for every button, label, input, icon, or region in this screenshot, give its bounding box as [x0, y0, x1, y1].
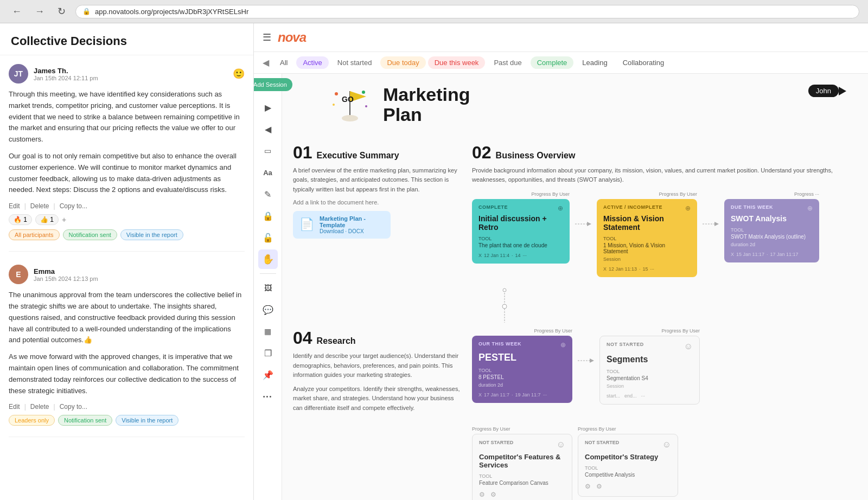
connector-3: [578, 355, 594, 366]
delete-link[interactable]: Delete: [30, 403, 49, 411]
tabs-arrow[interactable]: ◀: [263, 57, 269, 68]
task-tool-label: TOOL: [585, 465, 671, 471]
tab-active[interactable]: Active: [296, 56, 328, 69]
pin-tool[interactable]: 📌: [258, 365, 278, 384]
task-tool: Feature Comparison Canvas: [479, 480, 565, 486]
task-tool: The plant that one de cloude: [478, 242, 563, 248]
tab-leading[interactable]: Leading: [576, 56, 614, 69]
doc-subtitle: Download · DOCX: [320, 228, 384, 234]
message-block: E Emma Jan 15th 2024 12:13 pm The unanim…: [9, 265, 245, 437]
tab-complete[interactable]: Complete: [531, 56, 574, 69]
messages-area: JT James Th. Jan 15th 2024 12:11 pm 🙂 Th…: [0, 55, 253, 500]
task-card-mission[interactable]: ACTIVE / INCOMPLETE ⊕ Mission & Vision S…: [597, 199, 697, 277]
svg-point-2: [342, 115, 358, 121]
tab-collaborating[interactable]: Collaborating: [616, 56, 671, 69]
section-02-title: Business Overview: [496, 151, 576, 161]
nova-logo: nova: [278, 30, 306, 45]
message-meta: Emma Jan 15th 2024 12:13 pm: [34, 267, 98, 282]
task-dates: X17 Jan 11:7·19 Jan 11:7···: [478, 392, 566, 398]
progress-label-4: Progress By User: [472, 328, 572, 334]
hand-tool[interactable]: ✋: [258, 249, 278, 269]
task-dates: start...end...···: [607, 393, 693, 399]
emoji-button[interactable]: 🙂: [233, 68, 245, 80]
sections-row-1: 01 Executive Summary A brief overview of…: [293, 143, 857, 277]
section-04-tasks: Progress By User OUR THIS WEEK ⊕ PESTEL …: [472, 328, 857, 413]
lock-open-tool[interactable]: 🔓: [258, 228, 278, 247]
task-status: OUR THIS WEEK: [478, 341, 521, 347]
edit-link[interactable]: Edit: [9, 202, 20, 210]
section-04: 04 Research Identify and describe your t…: [293, 328, 461, 413]
task-card-segments[interactable]: NOT STARTED ☺ Segments TOOL Segmentation…: [599, 336, 700, 405]
section-01-link: Add a link to the document here.: [293, 199, 461, 206]
task-menu[interactable]: ⊕: [807, 204, 813, 212]
text-tool[interactable]: Aa: [258, 163, 278, 182]
section-04-desc-1: Identify and describe your target audien…: [293, 351, 461, 380]
address-bar[interactable]: 🔒 app.novatools.org/projects/wJDbR3jXYRt…: [75, 5, 859, 18]
tab-due-today[interactable]: Due today: [380, 56, 425, 69]
task-menu[interactable]: ⊕: [685, 204, 691, 212]
task-card-swot[interactable]: DUE THIS WEEK ⊕ SWOT Analysis TOOL SWOT …: [724, 199, 819, 262]
ssl-icon: 🔒: [82, 8, 91, 15]
copy-to-link[interactable]: Copy to...: [60, 202, 87, 210]
task-avatar: ☺: [662, 440, 671, 450]
section-04-title: Research: [317, 336, 356, 346]
delete-link[interactable]: Delete: [30, 202, 49, 210]
task-avatar: ☺: [557, 440, 565, 450]
more-tools[interactable]: •••: [258, 387, 278, 406]
canvas-content: John: [282, 74, 868, 500]
task-card-competitor-features[interactable]: NOT STARTED ☺ Competitor's Features & Se…: [472, 434, 572, 500]
lock-closed-tool[interactable]: 🔒: [258, 206, 278, 226]
copy-tool[interactable]: ❐: [258, 343, 278, 363]
table-tool[interactable]: ▦: [258, 322, 278, 341]
marketing-plan-header: GO MarketingPlan: [326, 85, 857, 125]
task-title: Initial discussion + Retro: [478, 214, 563, 232]
message-content: The unanimous approval from the team und…: [9, 290, 245, 396]
progress-label-7: Progress By User: [578, 426, 678, 432]
task-icons: ⚙ ⚙: [585, 481, 671, 491]
task-card-initial-discussion[interactable]: COMPLETE ⊕ Initial discussion + Retro TO…: [472, 199, 570, 264]
tab-all[interactable]: All: [273, 56, 294, 69]
reload-button[interactable]: ↻: [54, 4, 69, 18]
cursor-tool[interactable]: ▶: [258, 98, 278, 117]
filter-tabs: ◀ All Active Not started Due today Due t…: [254, 52, 868, 74]
frame-tool[interactable]: ▭: [258, 141, 278, 161]
doc-card[interactable]: 📄 Marketing Plan - Template Download · D…: [293, 211, 391, 239]
task-status: DUE THIS WEEK: [731, 204, 773, 210]
task-card-pestel[interactable]: OUR THIS WEEK ⊕ PESTEL TOOL 8 PESTEL dur…: [472, 336, 572, 403]
task-card-competitor-strategy[interactable]: NOT STARTED ☺ Competitor's Strategy TOOL…: [578, 434, 678, 497]
tag-participants: All participants: [9, 229, 60, 240]
pen-tool[interactable]: ✎: [258, 184, 278, 204]
tab-due-week[interactable]: Due this week: [428, 56, 486, 69]
task-session: Session: [603, 257, 691, 262]
reaction-thumbs[interactable]: 👍 1: [35, 214, 59, 225]
task-menu[interactable]: ⊕: [560, 341, 566, 349]
go-illustration: GO: [326, 86, 374, 124]
copy-to-link[interactable]: Copy to...: [60, 403, 87, 411]
task-status: COMPLETE: [478, 204, 508, 210]
image-tool[interactable]: 🖼: [258, 278, 278, 298]
hamburger-menu[interactable]: ☰: [263, 31, 271, 43]
section-02: 02 Business Overview Provide background …: [472, 143, 857, 277]
connector-1: [575, 219, 591, 229]
bottom-sections: Progress By User NOT STARTED ☺ Competito…: [293, 426, 857, 500]
tag-leaders: Leaders only: [9, 415, 55, 426]
progress-label-1: Progress By User: [472, 191, 570, 197]
task-menu[interactable]: ⊕: [558, 204, 563, 212]
edit-link[interactable]: Edit: [9, 403, 20, 411]
task-title: Competitor's Features & Services: [479, 453, 565, 469]
tab-not-started[interactable]: Not started: [331, 56, 379, 69]
progress-label-2: Progress By User: [597, 191, 697, 197]
task-status: NOT STARTED: [585, 440, 619, 450]
task-tool-label: TOOL: [603, 236, 691, 241]
svg-marker-17: [590, 358, 594, 363]
select-tool[interactable]: ◀: [258, 119, 278, 139]
back-button[interactable]: ←: [9, 5, 25, 18]
nova-header: ☰ nova: [254, 23, 868, 52]
comment-tool[interactable]: 💬: [258, 300, 278, 319]
forward-button[interactable]: →: [31, 5, 48, 18]
reaction-fire[interactable]: 🔥 1: [9, 214, 32, 225]
message-block: JT James Th. Jan 15th 2024 12:11 pm 🙂 Th…: [9, 64, 245, 252]
spacer: [293, 426, 461, 500]
add-reaction-button[interactable]: +: [62, 215, 66, 224]
tab-past-due[interactable]: Past due: [487, 56, 528, 69]
